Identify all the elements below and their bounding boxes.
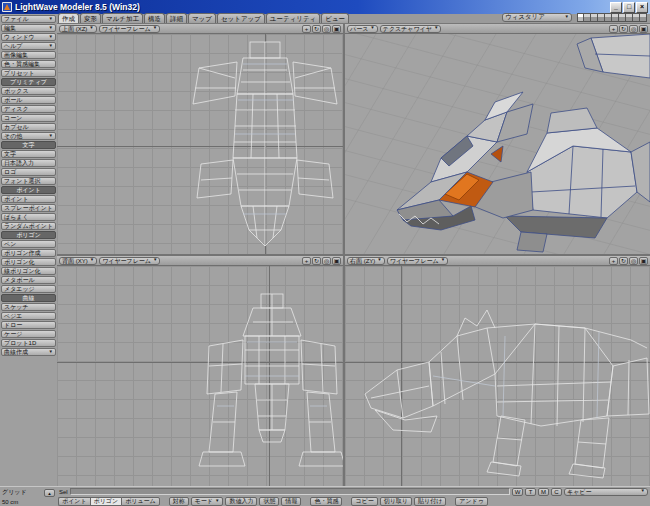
tab-detail[interactable]: 詳細 <box>166 13 187 23</box>
copy-button[interactable]: コピー <box>351 497 377 506</box>
sidebar-item-metaballs[interactable]: メタボール <box>1 276 56 284</box>
sidebar-item-scatter[interactable]: ばらまく <box>1 213 56 221</box>
sidebar-item-logo[interactable]: ロゴ <box>1 168 56 176</box>
info-button[interactable]: 情報 <box>281 497 301 506</box>
viewport-zoom-button[interactable]: ◎ <box>322 25 331 33</box>
close-button[interactable]: × <box>636 2 648 13</box>
mode-polygons-button[interactable]: ポリゴン <box>90 497 122 506</box>
sidebar-item-spray-points[interactable]: スプレーポイント <box>1 204 56 212</box>
sidebar-item-random-points[interactable]: ランダムポイント <box>1 222 56 230</box>
layer-button[interactable] <box>640 13 647 22</box>
tab-utilities[interactable]: ユーティリティ <box>266 13 320 23</box>
sidebar-item-make-curve[interactable]: 曲線作成▼ <box>1 348 56 356</box>
layer-button[interactable] <box>605 13 612 22</box>
sidebar-item-ball[interactable]: ボール <box>1 96 56 104</box>
undo-button[interactable]: アンドゥ <box>455 497 488 506</box>
viewport-maximize-button[interactable]: ▣ <box>332 257 341 265</box>
render-mode-dropdown[interactable]: ワイヤーフレーム▼ <box>99 25 160 33</box>
viewport-rotate-button[interactable]: ↻ <box>312 25 321 33</box>
viewport-right-canvas[interactable] <box>345 266 650 486</box>
viewport-maximize-button[interactable]: ▣ <box>639 257 648 265</box>
layer-button[interactable] <box>598 13 605 22</box>
render-mode-dropdown[interactable]: ワイヤーフレーム▼ <box>99 257 160 265</box>
viewport-zoom-button[interactable]: ◎ <box>322 257 331 265</box>
sidebar-item-plot1d[interactable]: プロット1D <box>1 339 56 347</box>
sidebar-item-presets[interactable]: プリセット <box>1 69 56 77</box>
layer-button[interactable] <box>591 13 598 22</box>
sidebar-menu-window[interactable]: ウィンドウ▼ <box>1 33 56 41</box>
viewport-zoom-button[interactable]: ◎ <box>629 25 638 33</box>
layer-button[interactable] <box>577 13 584 22</box>
viewport-rotate-button[interactable]: ↻ <box>619 257 628 265</box>
symmetry-button[interactable]: 対称 <box>169 497 189 506</box>
sidebar-item-points[interactable]: ポイント <box>1 195 56 203</box>
tab-create[interactable]: 作成 <box>58 13 79 23</box>
morph-map-button[interactable]: M <box>538 488 549 496</box>
vertex-map-dropdown[interactable]: キャビー ▼ <box>564 488 648 496</box>
viewport-pan-button[interactable]: + <box>302 257 311 265</box>
maximize-button[interactable]: □ <box>623 2 635 13</box>
sidebar-scroll-up-button[interactable]: ▴ <box>44 489 55 497</box>
mode-points-button[interactable]: ポイント <box>58 497 90 506</box>
sidebar-item-pen[interactable]: ペン <box>1 240 56 248</box>
sidebar-item-japanese-input[interactable]: 日本語入力 <box>1 159 56 167</box>
texture-map-button[interactable]: T <box>525 488 536 496</box>
statistics-button[interactable]: 状態 <box>259 497 279 506</box>
viewport-back-canvas[interactable] <box>57 266 343 486</box>
menu-set-dropdown[interactable]: ウィスタリア ▼ <box>502 13 572 22</box>
viewport-pan-button[interactable]: + <box>302 25 311 33</box>
layer-button[interactable] <box>619 13 626 22</box>
color-map-button[interactable]: C <box>551 488 562 496</box>
tab-map[interactable]: マップ <box>188 13 216 23</box>
sidebar-menu-help[interactable]: ヘルプ▼ <box>1 42 56 50</box>
view-type-dropdown[interactable]: 右面 (ZY)▼ <box>347 257 385 265</box>
sidebar-item-sketch[interactable]: スケッチ <box>1 303 56 311</box>
modes-dropdown[interactable]: モード▼ <box>191 497 224 506</box>
viewport-rotate-button[interactable]: ↻ <box>619 25 628 33</box>
viewport-rotate-button[interactable]: ↻ <box>312 257 321 265</box>
minimize-button[interactable]: _ <box>610 2 622 13</box>
viewport-maximize-button[interactable]: ▣ <box>639 25 648 33</box>
layer-button[interactable] <box>584 13 591 22</box>
cut-button[interactable]: 切り取り <box>380 497 412 506</box>
layer-button[interactable] <box>633 13 640 22</box>
layer-button[interactable] <box>626 13 633 22</box>
tab-construct[interactable]: 構造 <box>144 13 165 23</box>
viewport-pan-button[interactable]: + <box>609 257 618 265</box>
sidebar-item-cage[interactable]: ケージ <box>1 330 56 338</box>
sidebar-item-cone[interactable]: コーン <box>1 114 56 122</box>
sidebar-item-image-editor[interactable]: 画像編集 <box>1 51 56 59</box>
paste-button[interactable]: 貼り付け <box>414 497 446 506</box>
sidebar-item-box[interactable]: ボックス <box>1 87 56 95</box>
viewport-top-canvas[interactable] <box>57 34 343 254</box>
sidebar-item-text[interactable]: 文字 <box>1 150 56 158</box>
sidebar-item-points-to-polys[interactable]: ポリゴン化 <box>1 258 56 266</box>
sidebar-item-surface-editor[interactable]: 色・質感編集 <box>1 60 56 68</box>
viewport-pan-button[interactable]: + <box>609 25 618 33</box>
view-type-dropdown[interactable]: 上面 (XZ)▼ <box>59 25 97 33</box>
tab-multiply[interactable]: マルチ加工 <box>102 13 143 23</box>
sidebar-menu-edit[interactable]: 編集▼ <box>1 24 56 32</box>
sidebar-item-spline-to-polys[interactable]: 線ポリゴン化 <box>1 267 56 275</box>
weight-map-button[interactable]: W <box>512 488 523 496</box>
layer-button[interactable] <box>612 13 619 22</box>
viewport-maximize-button[interactable]: ▣ <box>332 25 341 33</box>
surface-button[interactable]: 色・質感 <box>310 497 342 506</box>
numeric-button[interactable]: 数値入力 <box>225 497 257 506</box>
render-mode-dropdown[interactable]: ワイヤーフレーム▼ <box>387 257 448 265</box>
tab-setup[interactable]: セットアップ <box>217 13 265 23</box>
sidebar-menu-file[interactable]: ファイル▼ <box>1 15 56 23</box>
mode-volume-button[interactable]: ボリューム <box>121 497 160 506</box>
sidebar-item-capsule[interactable]: カプセル <box>1 123 56 131</box>
tab-view[interactable]: ビュー <box>321 13 349 23</box>
sidebar-item-bezier[interactable]: ベジエ <box>1 312 56 320</box>
view-type-dropdown[interactable]: パース▼ <box>347 25 378 33</box>
sidebar-item-make-polygon[interactable]: ポリゴン作成 <box>1 249 56 257</box>
tab-modify[interactable]: 変形 <box>80 13 101 23</box>
viewport-perspective-canvas[interactable] <box>345 34 650 254</box>
sidebar-item-disc[interactable]: ディスク <box>1 105 56 113</box>
render-mode-dropdown[interactable]: テクスチャワイヤ▼ <box>380 25 442 33</box>
sidebar-item-more-primitives[interactable]: その他▼ <box>1 132 56 140</box>
sidebar-item-font-select[interactable]: フォント選択 <box>1 177 56 185</box>
sidebar-item-draw[interactable]: ドロー <box>1 321 56 329</box>
